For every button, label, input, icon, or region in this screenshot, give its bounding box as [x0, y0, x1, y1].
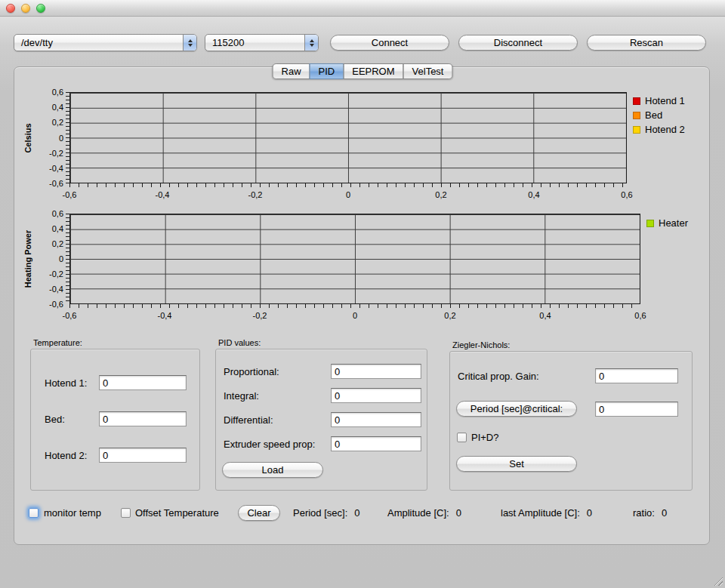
chart2-legend: Heater [646, 216, 688, 230]
last-amplitude-status-value: 0 [587, 507, 592, 519]
legend-label: Bed [645, 109, 662, 121]
amplitude-status-value: 0 [456, 507, 461, 519]
chart1-y-axis-title: Celsius [21, 92, 35, 183]
x-tick-label: 0,4 [528, 190, 539, 199]
extruder-speed-prop-label: Extruder speed prop: [224, 439, 315, 450]
x-tick-label: 0,2 [435, 190, 446, 199]
last-amplitude-status: last Amplitude [C]:0 [501, 507, 592, 519]
bed-input[interactable] [99, 411, 187, 426]
popup-stepper-icon [183, 35, 196, 51]
period-status-label: Period [sec]: [293, 507, 347, 519]
critical-gain-input[interactable] [595, 368, 678, 383]
chart1-x-minor-ticks [69, 183, 627, 187]
baud-rate-value: 115200 [212, 37, 244, 48]
proportional-input[interactable] [331, 364, 421, 379]
y-tick-label: 0,6 [52, 209, 63, 218]
hotend1-input[interactable] [99, 375, 187, 390]
load-button[interactable]: Load [222, 462, 323, 478]
rescan-button[interactable]: Rescan [587, 35, 706, 51]
y-tick-label: 0,2 [52, 118, 63, 127]
temperature-group-title: Temperature: [33, 338, 82, 347]
offset-temperature-checkbox[interactable] [121, 508, 131, 518]
x-tick-label: 0 [353, 311, 357, 320]
y-tick-label: -0,2 [49, 269, 63, 279]
legend-item: Heater [646, 216, 688, 230]
period-status-value: 0 [354, 507, 359, 519]
hotend2-input[interactable] [99, 448, 187, 463]
x-tick-label: 0 [346, 190, 350, 199]
ratio-status-label: ratio: [633, 507, 655, 519]
y-tick-label: 0,4 [52, 224, 63, 233]
offset-temperature-label: Offset Temperature [135, 507, 219, 519]
legend-item: Bed [633, 108, 685, 122]
proportional-label: Proportional: [224, 366, 279, 377]
period-at-critical-button[interactable]: Period [sec]@critical: [456, 401, 577, 417]
x-tick-label: 0,6 [621, 190, 632, 199]
chart2-y-ticks: 0,6 0,4 0,2 0 -0,2 -0,4 -0,6 [35, 214, 65, 304]
x-tick-label: 0,4 [539, 311, 551, 320]
tab-eeprom[interactable]: EEPROM [343, 63, 403, 79]
chart2-x-ticks: -0,6 -0,4 -0,2 0 0,2 0,4 0,6 [69, 311, 640, 322]
tab-bar: Raw PID EEPROM VelTest [273, 63, 453, 79]
chart1-plot-area [69, 92, 627, 183]
legend-swatch-hotend1 [633, 97, 640, 105]
amplitude-status: Amplitude [C]:0 [387, 507, 461, 519]
clear-button[interactable]: Clear [238, 505, 280, 521]
y-tick-label: -0,6 [49, 179, 63, 188]
tab-pid[interactable]: PID [310, 63, 344, 79]
baud-rate-select[interactable]: 115200 [205, 34, 319, 51]
zoom-button[interactable] [36, 4, 45, 13]
app-window: /dev/tty 115200 Connect Disconnect Resca… [0, 0, 725, 588]
amplitude-status-label: Amplitude [C]: [387, 507, 449, 519]
y-tick-label: -0,4 [49, 285, 63, 294]
integral-label: Integral: [224, 390, 259, 402]
y-tick-label: 0,6 [52, 88, 63, 97]
differential-input[interactable] [331, 412, 421, 427]
legend-label: Hotend 1 [645, 95, 685, 106]
monitor-temp-label: monitor temp [44, 507, 101, 519]
minimize-button[interactable] [21, 4, 30, 13]
titlebar[interactable] [0, 0, 725, 17]
integral-input[interactable] [331, 388, 421, 403]
disconnect-button[interactable]: Disconnect [458, 35, 578, 51]
hotend1-label: Hotend 1: [45, 377, 87, 389]
pi-d-checkbox[interactable] [457, 433, 467, 442]
x-tick-label: 0,6 [634, 311, 646, 320]
y-tick-label: 0 [59, 254, 63, 263]
chart1-y-minor-ticks [66, 92, 69, 183]
tab-raw[interactable]: Raw [273, 63, 310, 79]
y-tick-label: -0,6 [49, 300, 63, 309]
legend-swatch-heater [646, 220, 654, 227]
y-tick-label: -0,4 [49, 164, 63, 173]
popup-stepper-icon [304, 35, 318, 51]
extruder-speed-prop-input[interactable] [331, 436, 421, 451]
ziegler-nichols-group: Ziegler-Nichols: Critical prop. Gain: Pe… [449, 351, 693, 491]
set-button[interactable]: Set [456, 456, 577, 472]
legend-swatch-hotend2 [633, 126, 640, 134]
y-tick-label: 0 [59, 134, 63, 143]
monitor-temp-checkbox[interactable] [29, 508, 39, 518]
temperature-group: Temperature: Hotend 1: Bed: Hotend 2: [30, 349, 200, 491]
y-tick-label: 0,2 [52, 239, 63, 248]
chart1-x-ticks: -0,6 -0,4 -0,2 0 0,2 0,4 0,6 [69, 190, 627, 201]
critical-gain-label: Critical prop. Gain: [458, 371, 539, 382]
serial-port-select[interactable]: /dev/tty [14, 34, 197, 51]
legend-label: Hotend 2 [645, 124, 685, 135]
ratio-status: ratio:0 [633, 507, 667, 519]
legend-label: Heater [659, 217, 688, 229]
resize-grip[interactable] [713, 576, 723, 586]
tab-veltest[interactable]: VelTest [403, 63, 453, 79]
chart1-y-ticks: 0,6 0,4 0,2 0 -0,2 -0,4 -0,6 [35, 92, 65, 183]
connect-button[interactable]: Connect [330, 35, 449, 51]
x-tick-label: -0,6 [63, 190, 77, 199]
x-tick-label: 0,2 [444, 311, 455, 320]
period-at-critical-input[interactable] [595, 402, 678, 417]
differential-label: Differential: [224, 414, 273, 426]
ratio-status-value: 0 [662, 507, 667, 519]
chart2-plot-area [69, 214, 640, 304]
close-button[interactable] [6, 4, 15, 13]
bed-label: Bed: [45, 414, 65, 425]
y-tick-label: -0,2 [49, 149, 63, 158]
x-tick-label: -0,4 [158, 311, 172, 320]
x-tick-label: -0,6 [63, 311, 77, 320]
